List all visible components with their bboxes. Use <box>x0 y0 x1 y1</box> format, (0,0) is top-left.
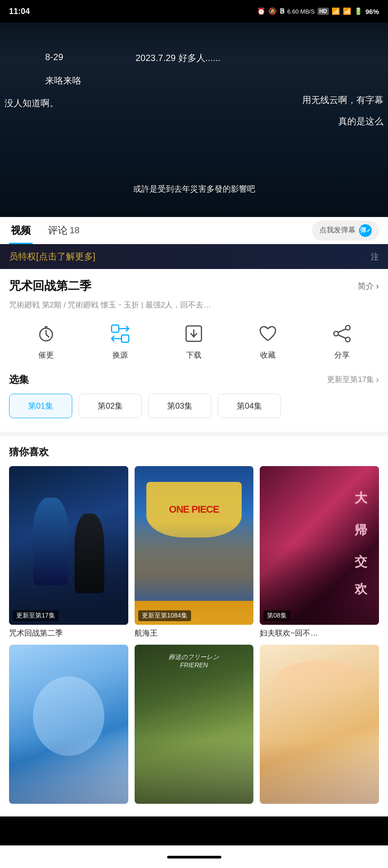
home-indicator <box>167 856 221 859</box>
chevron-right-icon: › <box>376 281 379 291</box>
mute-icon: 🔕 <box>268 7 277 15</box>
tab-comment[interactable]: 评论 18 <box>46 217 81 244</box>
rec-badge: 更新至第1084集 <box>138 610 191 621</box>
danmaku-button[interactable]: 点我发弹幕 弹 ✓ <box>312 221 379 241</box>
member-right: 注 <box>371 251 379 262</box>
rec-item-special[interactable]: 大 帰 交 欢 第08集 妇夫联欢~回不… <box>260 466 379 639</box>
episode-button-01[interactable]: 第01集 <box>9 394 72 418</box>
danmaku-item: 没人知道啊。 <box>5 97 59 109</box>
danmaku-item: 来咯来咯 <box>45 75 81 87</box>
rec-thumb-4 <box>9 645 128 804</box>
rec-section-title: 猜你喜欢 <box>9 445 379 459</box>
series-header: 咒术回战第二季 简介 › <box>9 278 379 294</box>
danmaku-item: 真的是这么 <box>338 115 383 127</box>
clock-icon <box>33 321 59 346</box>
intro-link[interactable]: 简介 › <box>358 281 379 292</box>
member-banner[interactable]: 员特权[点击了解更多] 注 <box>0 244 388 269</box>
rec-badge: 更新至第17集 <box>13 610 59 621</box>
favorite-button[interactable]: 收藏 <box>255 321 280 360</box>
download-button[interactable]: 下载 <box>181 321 206 360</box>
heart-icon <box>255 321 280 346</box>
episode-button-02[interactable]: 第02集 <box>79 394 142 418</box>
action-buttons: 催更 换源 <box>9 321 379 360</box>
svg-line-14 <box>338 335 346 338</box>
bottom-bar <box>0 845 388 868</box>
episode-section-header: 选集 更新至第17集 › <box>9 373 379 387</box>
rec-thumb-special: 大 帰 交 欢 第08集 <box>260 466 379 625</box>
svg-rect-5 <box>122 335 129 342</box>
tab-video[interactable]: 视频 <box>9 217 33 244</box>
check-icon: ✓ <box>366 227 371 234</box>
episode-list: 第01集 第02集 第03集 第04集 <box>9 394 379 418</box>
svg-line-13 <box>338 329 346 332</box>
remind-label: 催更 <box>38 350 54 360</box>
alarm-icon: ⏰ <box>257 7 266 15</box>
series-title: 咒术回战第二季 <box>9 278 91 294</box>
source-button[interactable]: 换源 <box>108 321 133 360</box>
chevron-right-icon: › <box>376 374 379 385</box>
svg-point-11 <box>346 337 350 342</box>
status-bar: 11:04 ⏰ 🔕 𝔹 6.60 MB/S HD 📶 📶 🔋 96% <box>0 0 388 23</box>
video-subtitle: 或許是受到去年災害多發的影響吧 <box>0 184 388 194</box>
svg-line-2 <box>46 335 49 337</box>
share-icon <box>329 321 355 346</box>
rec-thumb-jujutsu: 更新至第17集 <box>9 466 128 625</box>
section-divider <box>0 432 388 436</box>
rec-item-4[interactable] <box>9 645 128 807</box>
rec-item-6[interactable] <box>260 645 379 807</box>
bluetooth-icon: 𝔹 <box>280 7 285 15</box>
rec-name: 航海王 <box>135 629 158 637</box>
danmaku-item: 2023.7.29 好多人...... <box>136 52 220 64</box>
remind-button[interactable]: 催更 <box>33 321 59 360</box>
battery-level: 96% <box>365 8 379 15</box>
svg-point-10 <box>346 326 350 330</box>
share-label: 分享 <box>334 350 350 360</box>
member-text: 员特权[点击了解更多] <box>9 250 95 263</box>
episode-button-04[interactable]: 第04集 <box>218 394 281 418</box>
danmaku-badge: 弹 ✓ <box>359 224 372 237</box>
content-area: 咒术回战第二季 简介 › 咒術廻戦 第2期 / 咒術廻戦 懐玉・玉折 | 最强2… <box>0 269 388 816</box>
share-button[interactable]: 分享 <box>329 321 355 360</box>
rec-name: 咒术回战第二季 <box>9 629 63 637</box>
swap-icon <box>108 321 133 346</box>
series-tags: 咒術廻戦 第2期 / 咒術廻戦 懐玉・玉折 | 最强2人，回不去… <box>9 299 379 311</box>
rec-thumb-6 <box>260 645 379 804</box>
danmaku-btn-label: 点我发弹幕 <box>319 226 355 235</box>
svg-rect-4 <box>112 325 119 332</box>
rec-item-onepiece[interactable]: ONE PIECE 更新至第1084集 航海王 <box>135 466 254 639</box>
rec-grid: 更新至第17集 咒术回战第二季 ONE PIECE 更新至第1084集 航海王 <box>9 466 379 807</box>
svg-point-12 <box>334 331 338 336</box>
download-label: 下载 <box>186 350 201 360</box>
network-speed: 6.60 MB/S <box>287 8 315 15</box>
danmaku-item: 8-29 <box>45 52 63 62</box>
favorite-label: 收藏 <box>260 350 276 360</box>
status-time: 11:04 <box>9 7 30 16</box>
battery-icon: 🔋 <box>354 7 363 15</box>
rec-thumb-onepiece: ONE PIECE 更新至第1084集 <box>135 466 254 625</box>
tabs-row: 视频 评论 18 点我发弹幕 弹 ✓ <box>0 217 388 244</box>
episode-section-title: 选集 <box>9 373 29 387</box>
video-player[interactable]: 8-29 2023.7.29 好多人...... 来咯来咯 没人知道啊。 用无线… <box>0 23 388 217</box>
signal-icon: 📶 <box>343 7 351 15</box>
episode-button-03[interactable]: 第03集 <box>148 394 211 418</box>
download-icon <box>181 321 206 346</box>
danmaku-item: 用无线云啊，有字幕 <box>302 94 383 106</box>
rec-item-frieren[interactable]: 葬送のフリーレンFRIEREN <box>135 645 254 807</box>
source-label: 换源 <box>112 350 128 360</box>
wifi-icon: 📶 <box>332 7 340 15</box>
rec-item-jujutsu[interactable]: 更新至第17集 咒术回战第二季 <box>9 466 128 639</box>
recommendations-section: 猜你喜欢 更新至第17集 咒术回战第二季 <box>9 436 379 807</box>
rec-name: 妇夫联欢~回不… <box>260 629 318 637</box>
hd-badge: HD <box>318 8 329 15</box>
rec-thumb-frieren: 葬送のフリーレンFRIEREN <box>135 645 254 804</box>
episode-more-link[interactable]: 更新至第17集 › <box>327 374 379 385</box>
rec-badge: 第08集 <box>263 610 290 621</box>
status-icons: ⏰ 🔕 𝔹 6.60 MB/S HD 📶 📶 🔋 96% <box>257 7 379 15</box>
